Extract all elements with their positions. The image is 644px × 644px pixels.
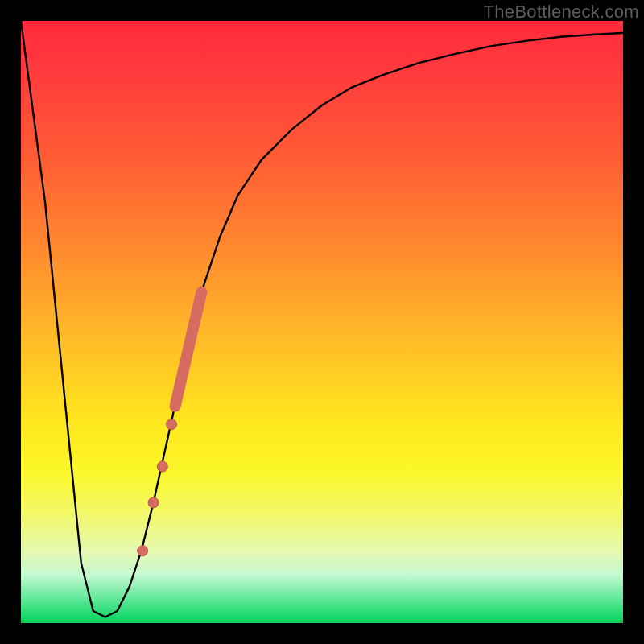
watermark-text: TheBottleneck.com <box>484 2 639 23</box>
chart-container: TheBottleneck.com <box>0 0 644 644</box>
marker-dot <box>138 546 148 556</box>
bottleneck-curve <box>21 21 623 617</box>
marker-dot <box>148 497 159 508</box>
highlight-segment <box>175 292 201 407</box>
plot-area <box>21 21 623 623</box>
marker-dot <box>157 461 167 472</box>
chart-svg <box>21 21 623 623</box>
marker-dot <box>167 419 177 430</box>
